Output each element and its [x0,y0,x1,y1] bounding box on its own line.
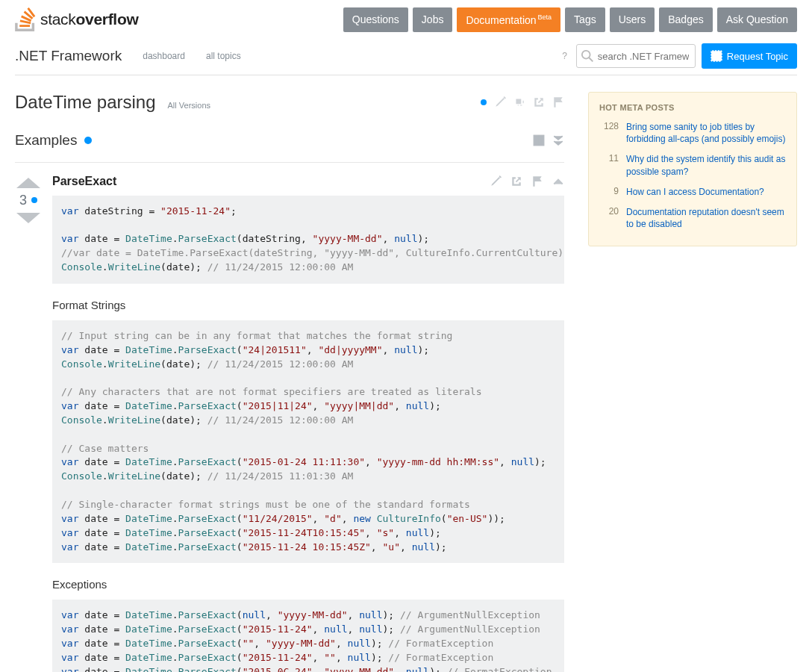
versions-label[interactable]: All Versions [168,101,210,110]
topic-actions [481,96,564,108]
code-block-3: var date = DateTime.ParseExact(null, "yy… [52,600,564,672]
nav-users[interactable]: Users [610,7,655,32]
flag-icon[interactable] [552,96,564,108]
collapse-icon[interactable] [552,134,564,146]
flag-icon[interactable] [531,175,543,187]
request-topic-button[interactable]: Request Topic [702,43,797,69]
example-title: ParseExact [52,175,116,188]
status-dot [481,99,487,105]
open-icon[interactable] [533,96,545,108]
edit-icon[interactable] [494,96,506,108]
examples-heading: Examples [15,132,77,149]
code-block-2: // Input string can be in any format tha… [52,320,564,564]
logo[interactable]: stackoverflow [15,7,138,31]
chevron-up-icon[interactable] [552,175,564,187]
section-title: .NET Framework [15,48,122,64]
link-dashboard[interactable]: dashboard [143,51,185,61]
meta-link[interactable]: How can I access Documentation? [626,186,764,199]
status-dot [31,197,37,203]
meta-link[interactable]: Why did the system identify this audit a… [626,153,786,178]
subheading-format-strings: Format Strings [52,299,564,311]
edit-icon[interactable] [490,175,502,187]
open-icon[interactable] [510,175,522,187]
page-title: DateTime parsing [15,92,156,113]
top-nav: Questions Jobs DocumentationBeta Tags Us… [343,7,797,32]
layout-icon[interactable] [533,134,545,146]
link-all-topics[interactable]: all topics [206,51,241,61]
search-icon [581,50,593,62]
code-block-1: var dateString = "2015-11-24"; var date … [52,196,564,284]
meta-link[interactable]: Documentation reputation doesn't seem to… [626,206,786,231]
subheading-exceptions: Exceptions [52,578,564,591]
downvote-button[interactable] [15,211,42,226]
search-input[interactable] [576,44,696,68]
meta-link[interactable]: Bring some sanity to job titles by forbi… [626,121,786,146]
hot-meta-posts: HOT META POSTS 128Bring some sanity to j… [588,92,797,247]
move-icon[interactable] [513,96,525,108]
nav-badges[interactable]: Badges [659,7,712,32]
help-icon[interactable]: ? [562,51,567,61]
vote-count: 3 [19,193,27,208]
nav-tags[interactable]: Tags [565,7,605,32]
nav-documentation[interactable]: DocumentationBeta [457,7,560,32]
nav-jobs[interactable]: Jobs [413,7,453,32]
meta-title: HOT META POSTS [599,103,786,112]
plus-icon [710,50,722,62]
upvote-button[interactable] [15,175,42,190]
status-dot [84,137,92,144]
nav-questions[interactable]: Questions [343,7,408,32]
nav-ask-question[interactable]: Ask Question [717,7,797,32]
